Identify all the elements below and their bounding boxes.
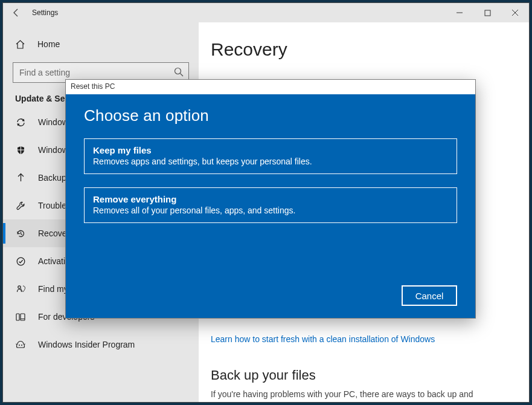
sidebar-item-label: Backup (38, 173, 66, 183)
dialog-title: Reset this PC (66, 80, 475, 94)
close-button[interactable] (501, 3, 529, 22)
svg-rect-1 (485, 10, 490, 16)
svg-line-13 (24, 344, 25, 345)
search-icon (173, 66, 184, 77)
back-button[interactable] (3, 3, 30, 22)
svg-rect-7 (16, 314, 19, 320)
svg-point-2 (175, 68, 181, 74)
backup-body: If you're having problems with your PC, … (211, 388, 501, 402)
wrench-icon (15, 201, 26, 211)
page-heading: Recovery (211, 39, 512, 60)
dialog-body: Choose an option Keep my files Removes a… (66, 94, 475, 318)
backup-icon (15, 173, 26, 183)
history-icon (15, 228, 26, 239)
sidebar-item-label: Windows Insider Program (38, 340, 135, 349)
location-person-icon (15, 284, 26, 294)
check-circle-icon (15, 256, 26, 267)
reset-dialog: Reset this PC Choose an option Keep my f… (65, 79, 476, 319)
insider-icon (15, 340, 26, 350)
settings-window: Settings Home Upda (2, 2, 530, 403)
option-desc: Removes all of your personal files, apps… (93, 206, 448, 215)
cancel-button[interactable]: Cancel (402, 285, 457, 306)
fresh-start-link[interactable]: Learn how to start fresh with a clean in… (211, 334, 435, 344)
sidebar-home[interactable]: Home (3, 32, 199, 56)
svg-line-3 (181, 74, 184, 77)
sidebar-home-label: Home (37, 39, 60, 49)
svg-point-11 (21, 345, 22, 346)
maximize-button[interactable] (473, 3, 501, 22)
option-title: Keep my files (93, 145, 448, 155)
sync-icon (15, 117, 26, 128)
dialog-heading: Choose an option (84, 106, 457, 125)
developers-icon (15, 312, 26, 322)
svg-line-12 (16, 344, 17, 345)
svg-point-10 (19, 345, 20, 346)
option-keep-my-files[interactable]: Keep my files Removes apps and settings,… (84, 138, 457, 174)
option-desc: Removes apps and settings, but keeps you… (93, 157, 448, 166)
shield-icon (15, 145, 26, 155)
svg-rect-8 (21, 314, 25, 320)
titlebar: Settings (3, 3, 529, 22)
backup-heading: Back up your files (211, 368, 512, 383)
option-title: Remove everything (93, 194, 448, 204)
svg-point-5 (17, 258, 25, 265)
window-title: Settings (30, 8, 58, 17)
minimize-button[interactable] (446, 3, 473, 22)
svg-point-6 (18, 285, 20, 288)
sidebar-item-windows-insider[interactable]: Windows Insider Program (3, 331, 199, 358)
option-remove-everything[interactable]: Remove everything Removes all of your pe… (84, 187, 457, 223)
home-icon (15, 39, 25, 50)
